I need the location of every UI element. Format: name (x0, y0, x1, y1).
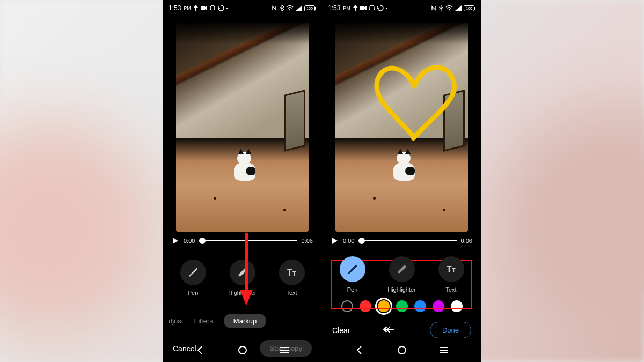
wifi-icon (445, 5, 453, 11)
battery-icon: 100 (304, 5, 316, 11)
clear-button[interactable]: Clear (332, 326, 350, 335)
svg-text:100: 100 (466, 6, 472, 10)
status-bar: 1:53PM 100 (163, 0, 321, 15)
tab-adjust[interactable]: djust (169, 317, 183, 325)
status-ampm: PM (343, 5, 350, 11)
svg-point-3 (289, 9, 290, 10)
signal-icon (296, 5, 302, 11)
svg-rect-12 (280, 352, 289, 353)
svg-rect-19 (474, 7, 475, 10)
tool-text-label: Text (445, 286, 456, 293)
swatch-white[interactable] (451, 300, 463, 312)
svg-rect-16 (374, 9, 375, 10)
play-icon[interactable] (331, 237, 339, 245)
tool-highlighter-label: Highlighter (387, 286, 416, 293)
svg-rect-27 (440, 352, 448, 353)
video-preview[interactable] (176, 23, 309, 232)
headset-icon (209, 5, 216, 11)
scrubber-track[interactable] (358, 239, 456, 242)
tool-text[interactable]: TT Text (434, 256, 469, 293)
swatch-blue[interactable] (414, 300, 426, 312)
undo-icon[interactable] (383, 325, 397, 335)
tool-pen-label: Pen (347, 286, 358, 293)
svg-text:T: T (292, 270, 296, 277)
svg-text:T: T (287, 268, 292, 277)
status-bar: 1:53PM 100 (323, 0, 481, 15)
time-current: 0:00 (343, 238, 354, 244)
svg-rect-11 (280, 350, 289, 351)
svg-rect-15 (369, 9, 370, 10)
photo-scene (176, 23, 309, 232)
android-nav-bar (323, 338, 481, 362)
nav-back-icon[interactable] (355, 345, 364, 355)
svg-text:100: 100 (306, 6, 313, 10)
svg-point-9 (239, 346, 246, 354)
time-current: 0:00 (184, 238, 195, 244)
swatch-none[interactable] (341, 300, 353, 312)
tool-text-label: Text (286, 290, 297, 296)
tool-text[interactable]: TT Text (274, 260, 310, 296)
android-nav-bar (163, 338, 321, 362)
markup-tool-row: Pen Highlighter TT Text (323, 256, 481, 293)
status-time: 1:53 (328, 4, 340, 12)
nav-home-icon[interactable] (238, 345, 247, 355)
color-swatch-row (323, 300, 481, 312)
nav-back-icon[interactable] (195, 345, 205, 355)
upload-icon (193, 5, 199, 11)
video-preview[interactable] (335, 23, 468, 232)
photo-scene (335, 23, 468, 232)
time-duration: 0:06 (461, 238, 472, 244)
tool-highlighter[interactable]: Highlighter (384, 256, 420, 293)
nav-home-icon[interactable] (397, 345, 407, 355)
upload-icon (353, 5, 358, 11)
dot-icon (386, 8, 387, 9)
video-icon (201, 5, 207, 11)
done-button[interactable]: Done (430, 322, 471, 338)
scrubber-track[interactable] (199, 239, 297, 242)
video-timeline: 0:00 0:06 (163, 232, 321, 248)
swatch-magenta[interactable] (433, 300, 444, 312)
swatch-red[interactable] (360, 300, 371, 312)
svg-rect-10 (280, 347, 289, 348)
signal-icon (455, 5, 462, 11)
nfc-icon (430, 5, 437, 11)
nfc-icon (271, 5, 277, 11)
tool-pen[interactable]: Pen (175, 260, 211, 296)
nav-recent-icon[interactable] (439, 346, 449, 354)
video-icon (360, 5, 367, 11)
phone-left: 1:53PM 100 (163, 0, 321, 362)
battery-icon: 100 (464, 5, 475, 11)
svg-point-24 (398, 346, 406, 354)
swatch-yellow[interactable] (378, 300, 390, 312)
screenshot-pair: 1:53PM 100 (163, 0, 481, 362)
svg-text:T: T (447, 265, 452, 274)
tool-pen[interactable]: Pen (335, 256, 370, 293)
status-ampm: PM (184, 5, 191, 11)
tool-highlighter[interactable]: Highlighter (225, 260, 260, 296)
sync-icon (218, 5, 224, 11)
tab-filters[interactable]: Filters (194, 317, 213, 325)
wifi-icon (286, 5, 294, 11)
tab-markup[interactable]: Markup (224, 314, 266, 328)
bluetooth-icon (439, 5, 443, 11)
scrubber-knob[interactable] (199, 238, 206, 244)
tool-pen-label: Pen (188, 290, 199, 296)
swatch-green[interactable] (396, 300, 408, 312)
tool-highlighter-label: Highlighter (228, 290, 257, 296)
headset-icon (369, 5, 375, 11)
cat-illustration (389, 149, 418, 181)
svg-rect-14 (360, 6, 364, 10)
scrubber-knob[interactable] (358, 238, 365, 244)
play-icon[interactable] (172, 237, 179, 245)
svg-rect-0 (201, 6, 205, 10)
video-timeline: 0:00 0:06 (323, 232, 481, 248)
nav-recent-icon[interactable] (280, 346, 289, 354)
cat-illustration (230, 149, 259, 181)
sync-icon (377, 5, 384, 11)
svg-text:T: T (452, 267, 456, 274)
svg-rect-25 (440, 347, 448, 348)
svg-point-17 (449, 9, 450, 10)
dot-icon (226, 8, 228, 9)
edit-tabs: djust Filters Markup (163, 308, 321, 334)
time-duration: 0:06 (302, 238, 313, 244)
